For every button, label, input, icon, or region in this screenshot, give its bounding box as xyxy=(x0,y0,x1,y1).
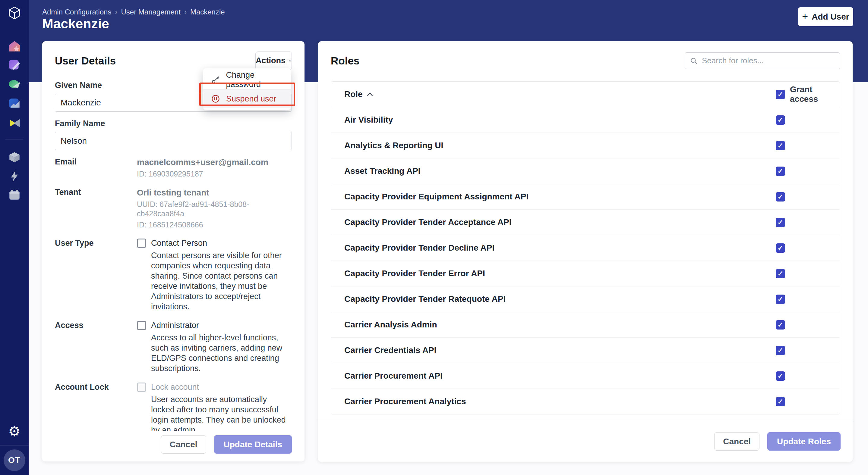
check-icon: ✓ xyxy=(778,116,783,124)
role-name: Capacity Provider Tender Decline API xyxy=(344,243,494,253)
check-icon: ✓ xyxy=(778,321,783,329)
grant-access-checkbox[interactable]: ✓ xyxy=(776,90,785,99)
role-header-label: Role xyxy=(344,90,363,99)
actions-label: Actions xyxy=(256,56,285,65)
role-name: Analytics & Reporting UI xyxy=(344,141,443,150)
play-media-icon[interactable] xyxy=(7,115,22,131)
role-checkbox[interactable]: ✓ xyxy=(776,295,785,304)
check-icon: ✓ xyxy=(778,218,783,227)
account-lock-label: Account Lock xyxy=(55,382,137,435)
email-label: Email xyxy=(55,157,137,179)
roles-cancel-button[interactable]: Cancel xyxy=(714,432,760,451)
role-checkbox[interactable]: ✓ xyxy=(776,243,785,253)
sidebar-divider xyxy=(5,139,23,139)
account-lock-row: Account Lock Lock account User accounts … xyxy=(55,382,292,435)
role-checkbox[interactable]: ✓ xyxy=(776,167,785,176)
actions-button[interactable]: Actions xyxy=(255,52,292,70)
update-roles-button[interactable]: Update Roles xyxy=(767,432,841,451)
gear-glyph: ⚙ xyxy=(8,425,21,438)
bolt-energy-icon[interactable] xyxy=(7,168,22,184)
roles-footer: Cancel Update Roles xyxy=(318,421,852,462)
roles-title: Roles xyxy=(331,55,360,67)
user-type-description: Contact persons are visible for other co… xyxy=(151,250,292,312)
user-type-row: User Type Contact Person Contact persons… xyxy=(55,239,292,312)
role-name: Carrier Procurement API xyxy=(344,371,443,381)
breadcrumb-separator: › xyxy=(184,8,187,16)
family-name-label: Family Name xyxy=(55,119,292,128)
details-cancel-button[interactable]: Cancel xyxy=(161,435,206,453)
workspace-logo-icon[interactable] xyxy=(7,5,22,21)
edit-pencil-icon[interactable] xyxy=(7,58,22,73)
chart-analytics-icon[interactable] xyxy=(7,96,22,111)
breadcrumb-user-management[interactable]: User Management xyxy=(121,8,180,16)
role-row: Air Visibility ✓ xyxy=(331,107,840,133)
role-row: Capacity Provider Tender Error API ✓ xyxy=(331,261,840,286)
role-name: Capacity Provider Tender Error API xyxy=(344,269,485,278)
role-checkbox[interactable]: ✓ xyxy=(776,346,785,355)
role-row: Capacity Provider Equipment Assignment A… xyxy=(331,184,840,209)
user-avatar[interactable]: OT xyxy=(4,449,25,471)
contact-person-checkbox[interactable] xyxy=(137,239,146,248)
role-row: Capacity Provider Tender Decline API ✓ xyxy=(331,235,840,261)
role-checkbox[interactable]: ✓ xyxy=(776,269,785,278)
role-name: Carrier Analysis Admin xyxy=(344,320,437,330)
role-checkbox[interactable]: ✓ xyxy=(776,320,785,330)
sidebar: ⚙ OT xyxy=(0,0,29,475)
role-checkbox[interactable]: ✓ xyxy=(776,141,785,150)
family-name-input[interactable] xyxy=(55,132,292,150)
sort-ascending-icon xyxy=(367,93,373,96)
check-icon: ✓ xyxy=(778,270,783,278)
avatar-initials: OT xyxy=(8,455,21,465)
breadcrumb-separator: › xyxy=(115,8,117,16)
role-row: Carrier Credentials API ✓ xyxy=(331,337,840,363)
actions-dropdown-menu: Change password Suspend user xyxy=(203,68,291,110)
search-icon xyxy=(690,57,698,65)
menu-item-change-password[interactable]: Change password xyxy=(203,70,291,89)
key-icon xyxy=(211,75,220,84)
role-name: Air Visibility xyxy=(344,115,393,125)
role-name: Carrier Credentials API xyxy=(344,345,437,355)
update-details-button[interactable]: Update Details xyxy=(214,435,292,453)
role-row: Analytics & Reporting UI ✓ xyxy=(331,133,840,158)
lock-account-checkbox[interactable] xyxy=(137,382,146,392)
suspend-user-label: Suspend user xyxy=(226,94,276,104)
administrator-checkbox[interactable] xyxy=(137,321,146,330)
add-user-button[interactable]: + Add User xyxy=(798,7,853,26)
roles-search-input[interactable] xyxy=(702,56,835,65)
roles-search xyxy=(685,53,840,69)
menu-item-suspend-user[interactable]: Suspend user xyxy=(203,89,291,108)
tenant-value: Orli testing tenant xyxy=(137,188,292,198)
check-icon: ✓ xyxy=(778,346,783,354)
check-icon: ✓ xyxy=(778,372,783,380)
roles-panel: Roles Role ✓ Grant access xyxy=(318,41,852,462)
roles-table: Role ✓ Grant access Air Visibility ✓ Ana… xyxy=(331,81,840,414)
home-star-icon[interactable] xyxy=(7,39,22,54)
role-sort-header[interactable]: Role xyxy=(344,90,373,99)
grant-access-label: Grant access xyxy=(790,84,840,104)
role-row: Carrier Procurement API ✓ xyxy=(331,363,840,388)
role-checkbox[interactable]: ✓ xyxy=(776,371,785,381)
access-row: Access Administrator Access to all highe… xyxy=(55,321,292,373)
account-lock-description: User accounts are automatically locked a… xyxy=(151,394,292,435)
breadcrumb: Admin Configurations › User Management ›… xyxy=(42,8,225,16)
role-checkbox[interactable]: ✓ xyxy=(776,397,785,406)
chevron-down-icon xyxy=(288,59,291,63)
family-name-field: Family Name xyxy=(55,119,292,150)
suspend-pause-icon xyxy=(211,94,220,103)
check-icon: ✓ xyxy=(778,167,783,175)
user-details-panel: User Details Actions Given Name Family N… xyxy=(42,41,305,462)
role-checkbox[interactable]: ✓ xyxy=(776,218,785,227)
calendar-schedule-icon[interactable] xyxy=(7,187,22,202)
chat-send-icon[interactable] xyxy=(7,77,22,93)
role-row: Capacity Provider Tender Acceptance API … xyxy=(331,209,840,235)
breadcrumb-admin-configurations[interactable]: Admin Configurations xyxy=(42,8,111,16)
add-user-label: Add User xyxy=(812,12,849,22)
access-label: Access xyxy=(55,321,137,373)
role-name: Asset Tracking API xyxy=(344,166,421,176)
role-name: Capacity Provider Equipment Assignment A… xyxy=(344,192,529,202)
role-checkbox[interactable]: ✓ xyxy=(776,192,785,202)
role-checkbox[interactable]: ✓ xyxy=(776,115,785,125)
settings-gear-icon[interactable]: ⚙ xyxy=(7,423,22,439)
change-password-label: Change password xyxy=(226,70,291,89)
cube-inventory-icon[interactable] xyxy=(7,149,22,165)
